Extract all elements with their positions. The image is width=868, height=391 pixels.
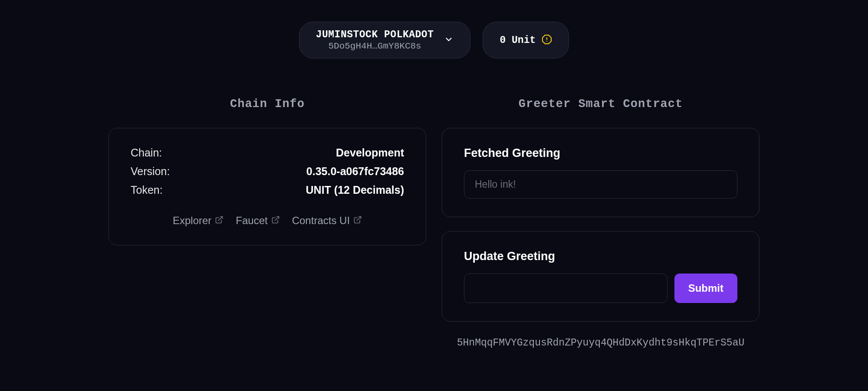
info-value: UNIT (12 Decimals) — [306, 184, 404, 196]
info-value: 0.35.0-a067fc73486 — [306, 165, 404, 178]
greeter-title: Greeter Smart Contract — [442, 98, 760, 111]
svg-line-5 — [357, 217, 361, 221]
greeter-column: Greeter Smart Contract Fetched Greeting … — [442, 98, 760, 349]
greeting-display: Hello ink! — [464, 170, 737, 199]
update-greeting-heading: Update Greeting — [464, 250, 737, 263]
account-name: JUMINSTOCK POLKADOT — [316, 29, 434, 40]
link-explorer[interactable]: Explorer — [173, 215, 224, 227]
account-address: 5Do5gH4H…GmY8KC8s — [328, 41, 421, 51]
link-contracts-ui[interactable]: Contracts UI — [292, 215, 362, 227]
external-link-icon — [353, 215, 362, 227]
balance-display: 0 Unit — [483, 22, 569, 59]
svg-line-4 — [275, 217, 279, 221]
info-row-token: Token: UNIT (12 Decimals) — [131, 184, 404, 196]
chain-info-title: Chain Info — [108, 98, 426, 111]
warning-icon — [542, 34, 552, 46]
svg-line-3 — [219, 217, 223, 221]
update-greeting-card: Update Greeting Submit — [442, 231, 760, 322]
submit-button[interactable]: Submit — [674, 274, 737, 303]
account-selector[interactable]: JUMINSTOCK POLKADOT 5Do5gH4H…GmY8KC8s — [299, 22, 471, 59]
info-label: Chain: — [131, 147, 162, 159]
info-label: Version: — [131, 165, 170, 178]
balance-text: 0 Unit — [500, 35, 536, 46]
chevron-down-icon — [444, 35, 454, 46]
contract-address: 5HnMqqFMVYGzqusRdnZPyuyq4QHdDxKydht9sHkq… — [442, 337, 760, 349]
main-content: Chain Info Chain: Development Version: 0… — [0, 98, 868, 349]
greeting-input[interactable] — [464, 274, 667, 303]
external-link-icon — [215, 215, 224, 227]
account-info: JUMINSTOCK POLKADOT 5Do5gH4H…GmY8KC8s — [316, 29, 434, 51]
chain-info-column: Chain Info Chain: Development Version: 0… — [108, 98, 426, 349]
link-label: Explorer — [173, 215, 211, 227]
chain-info-card: Chain: Development Version: 0.35.0-a067f… — [108, 128, 426, 245]
fetched-greeting-heading: Fetched Greeting — [464, 147, 737, 160]
header: JUMINSTOCK POLKADOT 5Do5gH4H…GmY8KC8s 0 … — [0, 0, 868, 59]
info-value: Development — [336, 147, 404, 159]
links-row: Explorer Faucet — [131, 215, 404, 227]
update-row: Submit — [464, 274, 737, 303]
external-link-icon — [271, 215, 280, 227]
fetched-greeting-card: Fetched Greeting Hello ink! — [442, 128, 760, 217]
info-row-chain: Chain: Development — [131, 147, 404, 159]
link-faucet[interactable]: Faucet — [236, 215, 279, 227]
link-label: Contracts UI — [292, 215, 350, 227]
link-label: Faucet — [236, 215, 267, 227]
info-label: Token: — [131, 184, 163, 196]
info-row-version: Version: 0.35.0-a067fc73486 — [131, 165, 404, 178]
greeting-text: Hello ink! — [475, 179, 516, 190]
